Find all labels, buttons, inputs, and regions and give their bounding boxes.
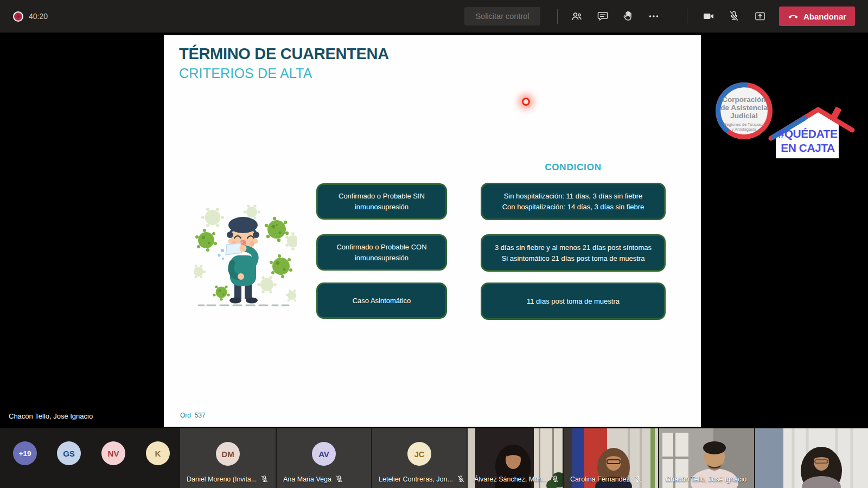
condition-box-2: 3 días sin fiebre y al menos 21 días pos… (481, 234, 666, 272)
participant-tile-alvarez-sanchez[interactable]: Álvarez Sánchez, Mon... (468, 428, 563, 488)
sneezing-man-virus-illustration (191, 202, 297, 310)
participant-tile-video[interactable] (755, 428, 868, 488)
overflow-participants-badge[interactable]: +19 (13, 441, 37, 465)
presenter-name-label: Chacón Tello, José Ignacio (9, 412, 93, 420)
laser-pointer-dot (522, 98, 530, 106)
avatar-k[interactable]: K (146, 441, 170, 465)
participant-name-label: Álvarez Sánchez, Mon... (474, 475, 559, 483)
participant-filmstrip: +19 GS NV K DM Daniel Moreno (Invita... (0, 428, 868, 488)
logo-circle-sub2: y Antofagasta (732, 127, 757, 132)
condition-box-2-line2: Si asintomático 21 días post toma de mue… (502, 253, 645, 264)
case-box-3-text: Caso Asintomático (353, 296, 411, 306)
participant-name-label: Chacón Tello, José Ignacio (666, 476, 746, 483)
toolbar-divider (557, 9, 558, 24)
participant-tile-ana-maria-vega[interactable]: AV Ana Maria Vega (277, 428, 371, 488)
participant-tile-letelier-contreras[interactable]: JC Letelier Contreras, Jon... (372, 428, 467, 488)
hangup-icon (788, 11, 799, 22)
microphone-button[interactable] (723, 5, 745, 27)
recording-icon (13, 11, 23, 22)
condition-column-header: CONDICION (481, 162, 666, 173)
avatar-nv[interactable]: NV (101, 441, 125, 465)
raise-hand-button[interactable] (617, 5, 639, 27)
logo-circle-line2: de Asistencia (720, 104, 768, 112)
logo-circle-line3: Judicial (730, 112, 757, 120)
condition-box-2-line1: 3 días sin fiebre y al menos 21 días pos… (495, 242, 652, 253)
toolbar-divider (687, 9, 687, 24)
camera-button[interactable] (698, 5, 719, 27)
participants-icon (570, 10, 583, 23)
participant-name: Ana Maria Vega (283, 476, 331, 483)
avatar-gs[interactable]: GS (57, 441, 81, 465)
share-screen-icon (754, 10, 767, 23)
condition-box-1-line2: Con hospitalización: 14 días, 3 días sin… (502, 202, 644, 213)
participant-name: Daniel Moreno (Invita... (187, 476, 257, 483)
slide-subtitle: CRITERIOS DE ALTA (179, 66, 312, 81)
mic-muted-icon (457, 475, 465, 483)
request-control-button[interactable]: Solicitar control (464, 7, 540, 25)
participant-name-label: Letelier Contreras, Jon... (379, 475, 465, 483)
avatar-av: AV (312, 442, 336, 466)
case-box-1: Confirmado o Probable SIN inmunosupresió… (316, 183, 447, 220)
raise-hand-icon (622, 10, 635, 23)
chat-button[interactable] (592, 5, 614, 27)
mic-muted-icon (335, 475, 343, 483)
participant-name-label: Carolina Fernandez (570, 475, 642, 483)
leave-meeting-label: Abandonar (803, 12, 846, 21)
chat-icon (596, 10, 609, 23)
cajta-campaign-logo: #QUÉDATE EN CAJTA Corporación de Asisten… (712, 77, 856, 175)
mic-muted-icon (727, 10, 741, 23)
participant-tile-daniel-moreno[interactable]: DM Daniel Moreno (Invita... (180, 428, 276, 488)
video-feed (755, 428, 868, 488)
meeting-timer: 40:20 (29, 12, 48, 21)
logo-hashtag-line2: EN CAJTA (781, 142, 835, 154)
logo-circle-sub1: Regiones de Tarapacá (724, 122, 765, 127)
shared-screen-stage: TÉRMINO DE CUARENTENA CRITERIOS DE ALTA … (0, 33, 868, 428)
avatar-dm: DM (216, 442, 240, 466)
case-box-2-text: Confirmado o Probable CON inmunosupresió… (323, 242, 440, 263)
participant-name-label: Daniel Moreno (Invita... (187, 475, 269, 483)
condition-box-3: 11 días post toma de muestra (481, 282, 666, 320)
participant-name: Carolina Fernandez (570, 476, 630, 483)
recording-indicator-group: 40:20 (13, 0, 48, 33)
camera-on-icon (702, 10, 715, 23)
logo-hashtag-line1: #QUÉDATE (778, 127, 838, 140)
presentation-slide: TÉRMINO DE CUARENTENA CRITERIOS DE ALTA … (164, 35, 701, 427)
mic-muted-icon (260, 475, 269, 483)
participants-button[interactable] (566, 5, 588, 27)
logo-circle-line1: Corporación (722, 95, 765, 104)
participant-tile-chacon-tello[interactable]: Chacón Tello, José Ignacio (659, 428, 754, 488)
more-options-icon (647, 10, 660, 23)
condition-box-1: Sin hospitalización: 11 días, 3 días sin… (481, 183, 666, 220)
mic-muted-icon (551, 475, 559, 483)
mic-muted-icon (634, 475, 642, 483)
case-box-1-text: Confirmado o Probable SIN inmunosupresió… (323, 191, 440, 212)
slide-footnote: Ord 537 (180, 412, 206, 419)
condition-box-3-line1: 11 días post toma de muestra (527, 296, 620, 307)
condition-box-1-line1: Sin hospitalización: 11 días, 3 días sin… (504, 191, 643, 202)
share-screen-button[interactable] (749, 5, 771, 27)
teams-meeting-window: 40:20 Solicitar control (0, 0, 868, 488)
participant-name: Chacón Tello, José Ignacio (666, 476, 746, 483)
case-box-2: Confirmado o Probable CON inmunosupresió… (316, 234, 447, 271)
slide-title: TÉRMINO DE CUARENTENA (179, 45, 389, 63)
participant-name: Letelier Contreras, Jon... (379, 476, 453, 483)
participant-name: Álvarez Sánchez, Mon... (474, 476, 547, 483)
participant-tile-carolina-fernandez[interactable]: Carolina Fernandez (564, 428, 658, 488)
meeting-toolbar: 40:20 Solicitar control (0, 0, 868, 33)
case-box-3: Caso Asintomático (316, 282, 447, 319)
participant-name-label: Ana Maria Vega (283, 475, 343, 483)
leave-meeting-button[interactable]: Abandonar (779, 7, 855, 26)
avatar-jc: JC (407, 442, 431, 466)
more-options-button[interactable] (643, 5, 665, 27)
